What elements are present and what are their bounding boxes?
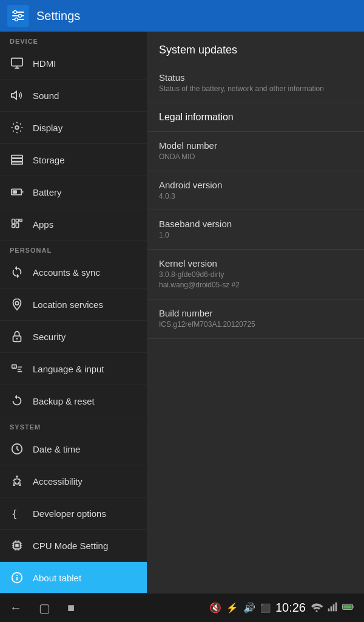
sidebar-item-storage[interactable]: Storage: [0, 144, 147, 176]
svg-point-10: [15, 126, 19, 129]
battery-status-icon: [342, 603, 354, 613]
svg-rect-18: [16, 219, 19, 222]
accessibility-icon: [10, 474, 24, 488]
sidebar-item-apps[interactable]: Apps: [0, 208, 147, 241]
svg-rect-19: [12, 225, 15, 228]
location-icon: [10, 297, 24, 312]
apps-label: Apps: [33, 219, 53, 230]
baseband-title: Baseband version: [159, 219, 352, 229]
model-subtitle: ONDA MID: [159, 152, 352, 162]
right-item-android[interactable]: Android version 4.0.3: [147, 171, 364, 211]
system-updates-title: System updates: [147, 32, 364, 64]
notification-icon: ⬛: [260, 603, 271, 613]
sidebar-item-sound[interactable]: Sound: [0, 80, 147, 112]
language-label: Language & input: [33, 364, 104, 374]
svg-rect-12: [12, 159, 22, 162]
svg-marker-9: [12, 92, 16, 100]
recents-button[interactable]: ■: [67, 601, 75, 615]
display-label: Display: [33, 123, 62, 133]
section-header-device: DEVICE: [0, 32, 147, 47]
android-subtitle: 4.0.3: [159, 191, 352, 202]
svg-point-5: [15, 18, 18, 21]
settings-icon: [7, 5, 29, 27]
svg-rect-53: [335, 602, 337, 611]
status-right: 🔇 ⚡ 🔊 ⬛ 10:26: [209, 601, 354, 615]
security-label: Security: [33, 332, 66, 342]
sidebar-item-accessibility[interactable]: Accessibility: [0, 465, 147, 497]
apps-icon: [10, 217, 24, 231]
sidebar-item-datetime[interactable]: Date & time: [0, 433, 147, 465]
sidebar-item-cpu[interactable]: CPU Mode Setting: [0, 530, 147, 562]
svg-point-48: [16, 575, 18, 576]
cpu-icon: [10, 538, 24, 553]
build-subtitle: ICS.g12refM703A1.20120725: [159, 320, 352, 330]
accessibility-label: Accessibility: [33, 476, 83, 487]
info-icon: [10, 570, 24, 585]
sidebar-item-display[interactable]: Display: [0, 112, 147, 144]
right-item-model[interactable]: Model number ONDA MID: [147, 132, 364, 171]
datetime-label: Date & time: [33, 444, 80, 454]
status-bar: ← ▢ ■ 🔇 ⚡ 🔊 ⬛ 10:26: [0, 593, 364, 622]
title-bar: Settings: [0, 0, 364, 32]
monitor-icon: [10, 56, 24, 70]
svg-point-49: [315, 610, 317, 611]
storage-icon: [10, 152, 24, 167]
svg-rect-17: [12, 219, 15, 224]
status-title: Status: [159, 72, 352, 83]
developer-icon: { }: [10, 506, 24, 521]
app-title: Settings: [36, 9, 80, 23]
sidebar-item-hdmi[interactable]: HDMI: [0, 47, 147, 80]
status-time: 10:26: [275, 601, 306, 615]
svg-line-29: [17, 449, 19, 451]
svg-rect-20: [16, 223, 19, 227]
right-item-status[interactable]: Status Status of the battery, network an…: [147, 64, 364, 103]
legal-title: Legal information: [159, 112, 352, 123]
sidebar-item-location[interactable]: Location services: [0, 289, 147, 321]
right-item-baseband[interactable]: Baseband version 1.0: [147, 210, 364, 250]
svg-text:{ }: { }: [12, 508, 24, 519]
volume-icon: 🔊: [243, 602, 255, 613]
svg-rect-33: [15, 544, 19, 547]
svg-rect-55: [343, 605, 352, 609]
sidebar-item-language[interactable]: A Language & input: [0, 353, 147, 385]
svg-rect-52: [333, 604, 335, 611]
sidebar-item-security[interactable]: Security: [0, 321, 147, 353]
right-item-kernel[interactable]: Kernel version 3.0.8-gfde09d6-dirtyhai.w…: [147, 250, 364, 299]
clock-icon: [10, 442, 24, 456]
svg-point-30: [16, 476, 18, 478]
android-title: Android version: [159, 180, 352, 190]
sidebar-item-backup[interactable]: Backup & reset: [0, 385, 147, 417]
model-title: Model number: [159, 140, 352, 151]
svg-point-22: [15, 301, 19, 305]
sidebar-item-about[interactable]: About tablet: [0, 562, 147, 593]
kernel-title: Kernel version: [159, 258, 352, 268]
right-item-legal[interactable]: Legal information: [147, 103, 364, 132]
sidebar-item-accounts[interactable]: Accounts & sync: [0, 256, 147, 289]
sidebar: DEVICE HDMI Sound Display Storage: [0, 32, 147, 593]
usb-icon: ⚡: [226, 602, 238, 613]
svg-text:A: A: [13, 365, 16, 369]
home-button[interactable]: ▢: [39, 601, 50, 615]
svg-rect-51: [331, 606, 332, 611]
sync-icon: [10, 265, 24, 279]
cpu-label: CPU Mode Setting: [33, 541, 108, 551]
location-label: Location services: [33, 299, 103, 310]
language-icon: A: [10, 361, 24, 376]
display-icon: [10, 120, 24, 135]
right-item-build[interactable]: Build number ICS.g12refM703A1.20120725: [147, 299, 364, 339]
build-title: Build number: [159, 308, 352, 318]
svg-point-4: [19, 15, 22, 18]
accounts-label: Accounts & sync: [33, 267, 100, 278]
svg-rect-6: [12, 58, 22, 66]
svg-rect-11: [12, 156, 22, 159]
svg-rect-16: [13, 190, 17, 194]
svg-rect-50: [328, 608, 330, 611]
sidebar-item-developer[interactable]: { } Developer options: [0, 497, 147, 530]
storage-label: Storage: [33, 155, 65, 165]
kernel-subtitle: 3.0.8-gfde09d6-dirtyhai.wang@droid05-sz …: [159, 270, 352, 290]
back-button[interactable]: ←: [10, 601, 22, 615]
developer-label: Developer options: [33, 508, 106, 519]
section-header-system: SYSTEM: [0, 417, 147, 433]
status-subtitle: Status of the battery, network and other…: [159, 84, 352, 94]
sidebar-item-battery[interactable]: Battery: [0, 176, 147, 208]
